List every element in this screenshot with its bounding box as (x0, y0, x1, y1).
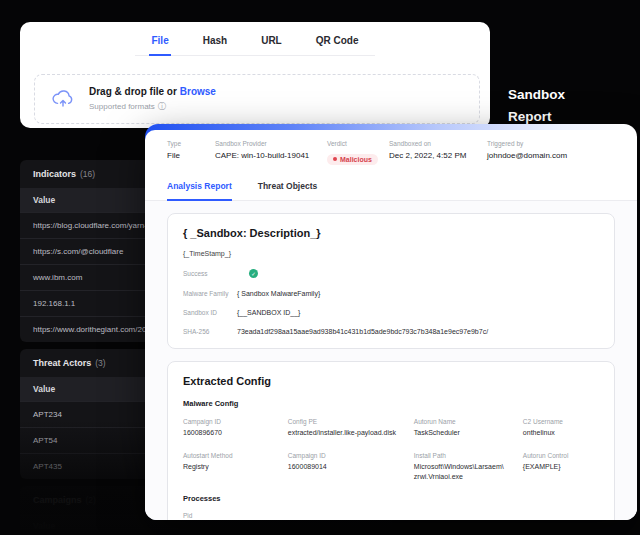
config-grid: Campaign ID 1600896670 Config PE extract… (183, 418, 599, 482)
upload-tabs: File Hash URL QR Code (20, 22, 490, 56)
campaigns-count: (2) (86, 495, 96, 505)
sandbox-report-panel: Type File Sandbox Provider CAPE: win-10-… (145, 124, 637, 520)
config-field: Autostart Method Registry (183, 452, 272, 482)
sandbox-id-row: Sandbox ID {__SANDBOX ID__} (183, 309, 599, 316)
meta-type: Type File (167, 140, 215, 165)
config-field: Campaign ID 1600089014 (288, 452, 398, 482)
tab-file[interactable]: File (149, 31, 170, 56)
description-title: { _Sandbox: Description_} (183, 227, 599, 239)
success-check-icon: ✓ (249, 269, 258, 278)
timestamp: {_TimeStamp_} (183, 250, 599, 257)
tab-url[interactable]: URL (259, 31, 284, 55)
meta-verdict: Verdict Malicious (327, 140, 389, 165)
config-field: Campaign ID 1600896670 (183, 418, 272, 438)
page: File Hash URL QR Code Drag & drop file o… (0, 0, 640, 535)
meta-sandboxed-on: Sandboxed on Dec 2, 2022, 4:52 PM (389, 140, 487, 165)
status-row: Success ✓ (183, 269, 599, 278)
tab-threat-objects[interactable]: Threat Objects (258, 173, 318, 200)
report-body: { _Sandbox: Description_} {_TimeStamp_} … (145, 201, 637, 520)
extracted-config-card: Extracted Config Malware Config Campaign… (167, 361, 615, 520)
status-label: Success (183, 270, 237, 277)
indicators-count: (16) (80, 169, 95, 179)
sha256-row: SHA-256 73eada1df298aa15aae9ad938b41c431… (183, 328, 599, 335)
upload-card: File Hash URL QR Code Drag & drop file o… (20, 22, 490, 128)
verdict-badge: Malicious (327, 154, 378, 165)
malware-config-heading: Malware Config (183, 399, 599, 408)
tab-hash[interactable]: Hash (201, 31, 229, 55)
supported-formats-label: Supported formats (89, 102, 155, 111)
extracted-config-title: Extracted Config (183, 375, 599, 387)
report-meta-row: Type File Sandbox Provider CAPE: win-10-… (145, 130, 637, 173)
info-icon[interactable]: ⓘ (158, 101, 166, 112)
config-field: C2 Username onthelinux (523, 418, 599, 438)
description-card: { _Sandbox: Description_} {_TimeStamp_} … (167, 213, 615, 349)
verdict-dot-icon (333, 157, 337, 161)
config-field: Config PE extracted/installer.like-paylo… (288, 418, 398, 438)
meta-sandbox-provider: Sandbox Provider CAPE: win-10-build-1904… (215, 140, 327, 165)
browse-link[interactable]: Browse (180, 86, 216, 97)
threat-actors-count: (3) (95, 358, 105, 368)
cloud-upload-icon (50, 86, 76, 112)
file-dropzone[interactable]: Drag & drop file orBrowse Supported form… (34, 74, 480, 124)
meta-triggered-by: Triggered by johndoe@domain.com (487, 140, 615, 165)
config-field: Autorun Name TaskScheduler (414, 418, 507, 438)
tab-qr-code[interactable]: QR Code (314, 31, 361, 55)
processes-heading: Processes (183, 494, 599, 503)
dropzone-title: Drag & drop file or (89, 86, 177, 97)
report-tabs: Analysis Report Threat Objects (145, 173, 637, 201)
tab-analysis-report[interactable]: Analysis Report (167, 173, 232, 201)
sandbox-report-label: Sandbox Report (508, 84, 565, 128)
malware-family-row: Malware Family { Sandbox MalwareFamily} (183, 290, 599, 297)
config-field: Install Path Microsoft\Windows\Larsaem\z… (414, 452, 507, 482)
config-field: Autorun Control {EXAMPLE} (523, 452, 599, 482)
pid-label: Pid (183, 512, 599, 519)
